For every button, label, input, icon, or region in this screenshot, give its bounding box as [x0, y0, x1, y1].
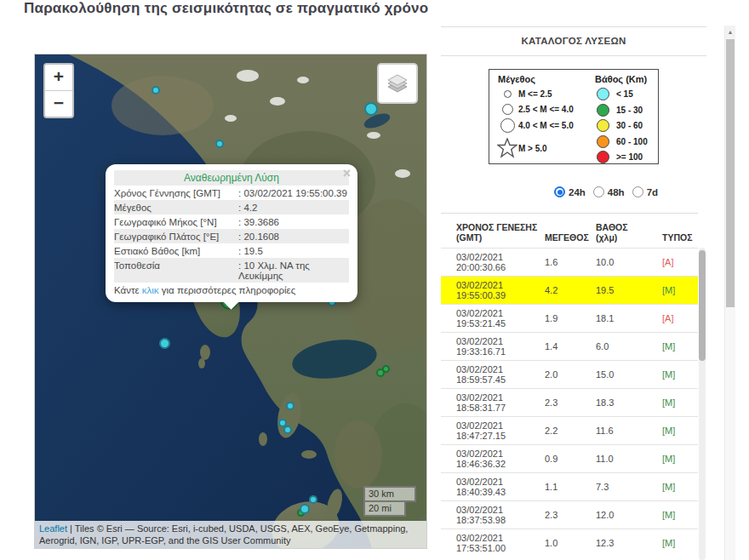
earthquake-marker[interactable]: [159, 338, 170, 349]
leaflet-link[interactable]: Leaflet: [39, 523, 67, 534]
popup-close-icon[interactable]: ×: [343, 166, 351, 181]
event-depth: 10.0: [596, 257, 662, 267]
map[interactable]: + − × Αναθεωρημένη Λύση Χρόνος Γέννησης …: [34, 54, 427, 549]
popup-detail-row: Γεωγραφικό Μήκος [°N]: 39.3686: [114, 214, 349, 229]
event-depth: 7.3: [596, 482, 662, 492]
earthquake-marker[interactable]: [286, 402, 294, 410]
event-row[interactable]: 03/02/2021 19:33:16.711.46.0[M]: [441, 332, 698, 360]
event-magnitude: 2.3: [545, 510, 596, 520]
event-row[interactable]: 03/02/2021 18:47:27.152.211.6[M]: [441, 416, 698, 444]
event-popup: × Αναθεωρημένη Λύση Χρόνος Γέννησης [GMT…: [106, 164, 357, 302]
panel-header: ΚΑΤΑΛΟΓΟΣ ΛΥΣΕΩΝ: [441, 26, 706, 56]
earthquake-marker[interactable]: [364, 102, 378, 116]
event-row[interactable]: 03/02/2021 18:46:36.320.911.0[M]: [441, 444, 698, 472]
event-magnitude: 4.2: [545, 285, 596, 295]
table-body: 03/02/2021 20:00:30.661.610.0[A]03/02/20…: [441, 248, 698, 557]
event-time: 03/02/2021 18:58:31.77: [441, 392, 545, 413]
earthquake-marker[interactable]: [309, 495, 317, 504]
event-type: [M]: [662, 510, 698, 520]
legend-depth-label: 60 - 100: [616, 137, 648, 146]
zoom-in-button[interactable]: +: [45, 65, 72, 91]
popup-detail-label: Εστιακό Βάθος [km]: [114, 243, 238, 258]
earthquake-marker[interactable]: [215, 140, 224, 148]
layers-button[interactable]: [377, 63, 418, 104]
legend-magnitude-title: Μέγεθος: [498, 74, 535, 84]
earthquake-marker[interactable]: [376, 369, 385, 377]
page-scrollbar-thumb[interactable]: [726, 39, 735, 307]
event-row[interactable]: 03/02/2021 18:40:39.431.17.3[M]: [441, 472, 698, 500]
event-magnitude: 1.0: [545, 538, 596, 548]
time-filter-label: 7d: [647, 187, 658, 197]
earthquake-marker[interactable]: [300, 504, 310, 514]
legend-magnitude-item: M <= 2.5: [496, 89, 590, 100]
event-time: 03/02/2021 19:33:16.71: [441, 336, 545, 357]
event-magnitude: 1.1: [545, 482, 596, 492]
time-filter-radio-7d[interactable]: [632, 186, 643, 197]
time-filter-label: 48h: [608, 187, 625, 197]
time-filter-radio-24h[interactable]: [554, 186, 565, 197]
table-scrollbar[interactable]: [699, 248, 706, 560]
popup-detail-row: Τοποθεσία: 10 Χλμ. ΝΑ της Λευκίμμης: [114, 258, 349, 283]
event-depth: 12.0: [596, 510, 662, 520]
magnitude-circle-icon: [500, 118, 515, 133]
event-row-highlighted[interactable]: 03/02/2021 19:55:00.394.219.5[M]: [441, 276, 698, 304]
event-row[interactable]: 03/02/2021 18:59:57.452.015.0[M]: [441, 360, 698, 388]
event-type: [M]: [662, 341, 698, 351]
time-filter-radio-48h[interactable]: [593, 186, 604, 197]
event-depth: 6.0: [596, 341, 662, 351]
table-scrollbar-thumb[interactable]: [699, 250, 706, 361]
popup-detail-label: Τοποθεσία: [114, 258, 238, 283]
legend-depth-label: >= 100: [616, 152, 643, 162]
legend-depth-label: < 15: [616, 89, 633, 99]
earthquake-marker[interactable]: [152, 86, 160, 94]
time-filter-label: 24h: [569, 187, 586, 197]
event-row[interactable]: 03/02/2021 20:00:30.661.610.0[A]: [441, 248, 698, 276]
legend-depth-item: < 15: [597, 87, 633, 101]
catalog-panel: ΚΑΤΑΛΟΓΟΣ ΛΥΣΕΩΝ Μέγεθος M <= 2.52.5 < M…: [441, 26, 706, 560]
event-depth: 18.3: [596, 397, 662, 408]
page-title: Παρακολούθηση της σεισμικότητας σε πραγμ…: [24, 0, 428, 17]
popup-detail-label: Μέγεθος: [114, 200, 238, 214]
event-magnitude: 0.9: [545, 454, 596, 464]
legend-magnitude-label: M > 5.0: [518, 144, 547, 153]
event-row[interactable]: 03/02/2021 17:53:51.001.012.3[M]: [441, 529, 698, 557]
layers-icon: [386, 71, 409, 95]
popup-details-table: Χρόνος Γέννησης [GMT]: 03/02/2021 19:55:…: [114, 186, 349, 283]
event-depth: 18.1: [596, 313, 662, 323]
depth-color-icon: [597, 119, 609, 132]
table-divider: [441, 213, 698, 214]
event-row[interactable]: 03/02/2021 18:37:53.982.312.0[M]: [441, 500, 698, 529]
event-row[interactable]: 03/02/2021 19:53:21.451.918.1[A]: [441, 304, 698, 332]
depth-color-icon: [597, 151, 609, 163]
popup-footer-text: Κάντε: [114, 285, 142, 295]
popup-detail-label: Γεωγραφικό Μήκος [°N]: [114, 214, 238, 229]
event-depth: 15.0: [596, 369, 662, 380]
event-magnitude: 2.3: [545, 397, 596, 408]
depth-color-icon: [597, 135, 609, 148]
zoom-control: + −: [43, 63, 74, 118]
page-scrollbar[interactable]: ▲: [724, 26, 735, 560]
popup-detail-row: Γεωγραφικό Πλάτος [°E]: 20.1608: [114, 229, 349, 243]
event-type: [M]: [662, 426, 698, 436]
popup-detail-row: Χρόνος Γέννησης [GMT]: 03/02/2021 19:55:…: [114, 186, 349, 200]
event-depth: 19.5: [596, 285, 662, 295]
event-type: [A]: [662, 257, 698, 267]
event-time: 03/02/2021 18:40:39.43: [441, 477, 545, 497]
scale-mi: 20 mi: [363, 502, 406, 517]
event-type: [M]: [662, 454, 698, 464]
scale-km: 30 km: [363, 486, 416, 502]
popup-click-link[interactable]: κλικ: [142, 285, 159, 295]
event-type: [M]: [662, 369, 698, 380]
event-type: [M]: [662, 538, 698, 548]
magnitude-circle-icon: [504, 90, 512, 98]
depth-color-icon: [597, 88, 609, 100]
zoom-out-button[interactable]: −: [45, 91, 72, 117]
earthquake-marker[interactable]: [283, 426, 292, 434]
legend-depth-label: 15 - 30: [616, 106, 643, 115]
event-row[interactable]: 03/02/2021 18:58:31.772.318.3[M]: [441, 388, 698, 416]
event-type: [A]: [662, 313, 698, 323]
depth-color-icon: [597, 104, 609, 117]
event-time: 03/02/2021 19:53:21.45: [441, 308, 545, 329]
legend-depth-item: 60 - 100: [597, 134, 648, 149]
scroll-up-icon[interactable]: ▲: [725, 26, 735, 38]
